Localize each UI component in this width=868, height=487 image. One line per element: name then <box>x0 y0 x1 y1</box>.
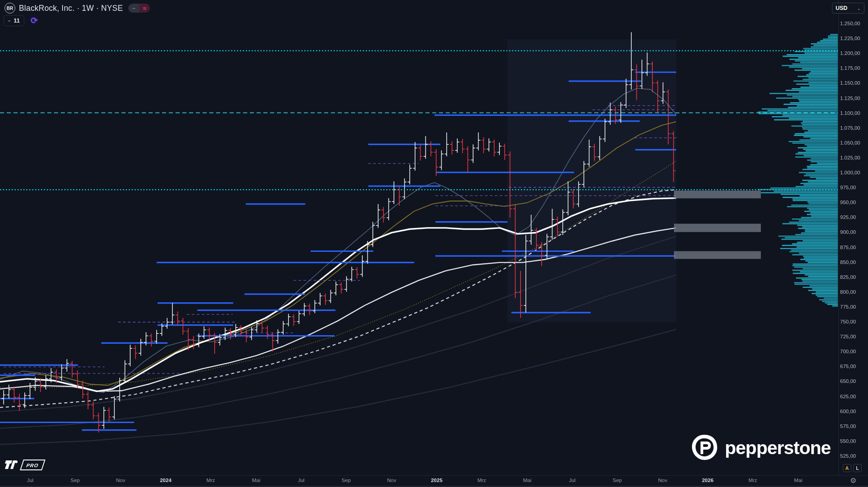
price-tick-label: 700,00 <box>840 349 856 354</box>
price-tick-label: 1.000,00 <box>840 170 860 175</box>
dash-icon: – <box>128 4 139 13</box>
price-tick-label: 750,00 <box>840 319 856 324</box>
gear-icon[interactable]: ⚙ <box>850 476 856 485</box>
time-tick-label: Mai <box>523 478 532 483</box>
price-tick-label: 625,00 <box>840 394 856 399</box>
currency-dropdown[interactable]: USD ⌄ <box>832 3 864 14</box>
price-tick-label: 1.250,00 <box>840 21 860 26</box>
tradingview-watermark[interactable]: PRO <box>5 460 44 470</box>
object-count: 11 <box>14 17 20 24</box>
price-tick-label: 725,00 <box>840 334 856 339</box>
symbol-header: BR BlackRock, Inc. · 1W · NYSE – ≈ <box>5 3 150 14</box>
price-tick-label: 1.075,00 <box>840 125 860 131</box>
symbol-logo[interactable]: BR <box>5 3 15 14</box>
time-tick-label: Nov <box>658 478 667 483</box>
price-tick-label: 975,00 <box>840 185 856 190</box>
price-tick-label: 825,00 <box>840 274 856 280</box>
time-tick-label: Mai <box>794 478 803 483</box>
symbol-title[interactable]: BlackRock, Inc. · 1W · NYSE <box>19 4 123 13</box>
time-tick-label: Nov <box>387 478 396 483</box>
currency-label: USD <box>836 5 847 11</box>
time-tick-label: Sep <box>342 478 351 483</box>
time-tick-label: Mai <box>252 478 261 483</box>
auto-scale-button[interactable]: A <box>843 464 851 472</box>
time-tick-label: Nov <box>116 478 125 483</box>
pepperstone-label: pepperstone <box>725 437 831 459</box>
price-tick-label: 775,00 <box>840 304 856 309</box>
price-tick-label: 1.150,00 <box>840 80 860 86</box>
time-tick-label: Jul <box>298 478 305 483</box>
price-tick-label: 950,00 <box>840 200 856 205</box>
price-tick-label: 875,00 <box>840 245 856 250</box>
pro-badge: PRO <box>20 460 45 470</box>
price-tick-label: 800,00 <box>840 289 856 295</box>
chevron-down-icon: ⌄ <box>857 6 861 11</box>
price-tick-label: 650,00 <box>840 378 856 384</box>
sync-icon[interactable]: ⟳ <box>31 15 38 26</box>
object-count-box[interactable]: ⌄ 11 <box>4 15 24 26</box>
wave-icon: ≈ <box>139 4 150 13</box>
price-tick-label: 1.125,00 <box>840 96 860 101</box>
price-tick-label: 1.200,00 <box>840 50 860 56</box>
price-tick-label: 925,00 <box>840 214 856 220</box>
price-tick-label: 1.175,00 <box>840 65 860 71</box>
time-tick-label: Sep <box>613 478 622 483</box>
time-tick-label: Mrz <box>748 478 757 483</box>
price-tick-label: 1.025,00 <box>840 155 860 160</box>
pepperstone-watermark: pepperstone <box>690 433 831 462</box>
chevron-down-icon: ⌄ <box>7 17 11 23</box>
price-axis-border <box>838 0 839 475</box>
trading-chart-window: BR BlackRock, Inc. · 1W · NYSE – ≈ ⌄ 11 … <box>0 0 868 487</box>
price-tick-label: 900,00 <box>840 229 856 235</box>
price-tick-label: 525,00 <box>840 453 856 459</box>
price-tick-label: 675,00 <box>840 364 856 369</box>
pepperstone-icon <box>690 433 719 462</box>
log-scale-button[interactable]: L <box>853 464 862 472</box>
time-tick-year: 2026 <box>702 478 714 483</box>
pro-badge-label: PRO <box>26 463 40 468</box>
time-tick-label: Mrz <box>206 478 215 483</box>
time-tick-label: Jul <box>27 478 34 483</box>
price-tick-label: 575,00 <box>840 423 856 429</box>
time-tick-year: 2025 <box>431 478 443 483</box>
price-tick-label: 550,00 <box>840 438 856 444</box>
alert-flag-pill[interactable]: – ≈ <box>128 4 150 13</box>
price-tick-label: 1.100,00 <box>840 110 860 116</box>
price-tick-label: 1.225,00 <box>840 36 860 41</box>
price-tick-label: 850,00 <box>840 259 856 265</box>
price-chart-canvas[interactable] <box>0 0 868 487</box>
tradingview-icon <box>5 460 19 469</box>
time-tick-year: 2024 <box>160 478 172 483</box>
indicator-row: ⌄ 11 ⟳ <box>4 15 38 26</box>
price-tick-label: 1.050,00 <box>840 140 860 146</box>
price-tick-label: 600,00 <box>840 409 856 414</box>
time-axis-border <box>0 475 868 476</box>
time-tick-label: Jul <box>569 478 576 483</box>
time-tick-label: Sep <box>71 478 80 483</box>
time-tick-label: Mrz <box>477 478 486 483</box>
